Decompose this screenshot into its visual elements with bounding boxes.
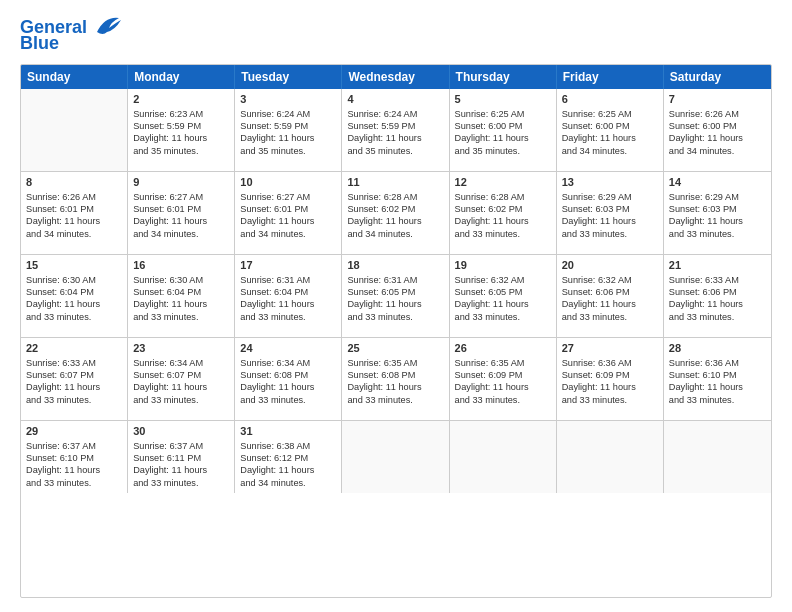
cell-text: Sunrise: 6:31 AM xyxy=(347,274,443,286)
cell-text: and 33 minutes. xyxy=(133,311,229,323)
cell-text: Sunset: 6:00 PM xyxy=(455,120,551,132)
day-number: 28 xyxy=(669,341,766,356)
calendar-cell-w1-d1 xyxy=(21,89,128,171)
cell-text: Sunrise: 6:31 AM xyxy=(240,274,336,286)
calendar-cell-w1-d7: 7Sunrise: 6:26 AMSunset: 6:00 PMDaylight… xyxy=(664,89,771,171)
day-number: 8 xyxy=(26,175,122,190)
cell-text: Sunset: 6:01 PM xyxy=(240,203,336,215)
cell-text: Daylight: 11 hours xyxy=(26,215,122,227)
cell-text: and 33 minutes. xyxy=(347,311,443,323)
cell-text: Sunrise: 6:27 AM xyxy=(133,191,229,203)
cell-text: and 34 minutes. xyxy=(240,477,336,489)
cell-text: Sunset: 6:04 PM xyxy=(26,286,122,298)
cell-text: Daylight: 11 hours xyxy=(133,381,229,393)
cell-text: Sunrise: 6:30 AM xyxy=(133,274,229,286)
cell-text: Sunrise: 6:27 AM xyxy=(240,191,336,203)
calendar-cell-w5-d4 xyxy=(342,421,449,493)
cell-text: Sunset: 6:01 PM xyxy=(26,203,122,215)
cell-text: Sunrise: 6:23 AM xyxy=(133,108,229,120)
cell-text: Daylight: 11 hours xyxy=(133,132,229,144)
calendar-header: SundayMondayTuesdayWednesdayThursdayFrid… xyxy=(21,65,771,89)
calendar-cell-w4-d5: 26Sunrise: 6:35 AMSunset: 6:09 PMDayligh… xyxy=(450,338,557,420)
cell-text: Sunset: 6:04 PM xyxy=(133,286,229,298)
cell-text: Daylight: 11 hours xyxy=(26,381,122,393)
cell-text: and 33 minutes. xyxy=(347,394,443,406)
cell-text: Sunset: 6:04 PM xyxy=(240,286,336,298)
calendar-body: 2Sunrise: 6:23 AMSunset: 5:59 PMDaylight… xyxy=(21,89,771,493)
cell-text: Sunset: 6:02 PM xyxy=(347,203,443,215)
cell-text: Daylight: 11 hours xyxy=(133,298,229,310)
cell-text: Sunrise: 6:29 AM xyxy=(669,191,766,203)
calendar-cell-w5-d6 xyxy=(557,421,664,493)
cell-text: and 34 minutes. xyxy=(26,228,122,240)
cell-text: and 34 minutes. xyxy=(562,145,658,157)
cell-text: Sunset: 5:59 PM xyxy=(133,120,229,132)
day-number: 10 xyxy=(240,175,336,190)
calendar-cell-w5-d5 xyxy=(450,421,557,493)
calendar-cell-w2-d5: 12Sunrise: 6:28 AMSunset: 6:02 PMDayligh… xyxy=(450,172,557,254)
cell-text: Daylight: 11 hours xyxy=(669,215,766,227)
cell-text: and 33 minutes. xyxy=(133,394,229,406)
calendar: SundayMondayTuesdayWednesdayThursdayFrid… xyxy=(20,64,772,598)
cell-text: and 35 minutes. xyxy=(347,145,443,157)
day-number: 4 xyxy=(347,92,443,107)
calendar-cell-w2-d7: 14Sunrise: 6:29 AMSunset: 6:03 PMDayligh… xyxy=(664,172,771,254)
cell-text: Sunrise: 6:30 AM xyxy=(26,274,122,286)
calendar-cell-w2-d6: 13Sunrise: 6:29 AMSunset: 6:03 PMDayligh… xyxy=(557,172,664,254)
calendar-cell-w5-d7 xyxy=(664,421,771,493)
calendar-cell-w5-d2: 30Sunrise: 6:37 AMSunset: 6:11 PMDayligh… xyxy=(128,421,235,493)
calendar-cell-w2-d1: 8Sunrise: 6:26 AMSunset: 6:01 PMDaylight… xyxy=(21,172,128,254)
day-number: 14 xyxy=(669,175,766,190)
calendar-cell-w4-d7: 28Sunrise: 6:36 AMSunset: 6:10 PMDayligh… xyxy=(664,338,771,420)
day-number: 2 xyxy=(133,92,229,107)
day-number: 3 xyxy=(240,92,336,107)
page: General Blue SundayMondayTuesdayWednesda… xyxy=(0,0,792,612)
header-day-friday: Friday xyxy=(557,65,664,89)
cell-text: Sunrise: 6:34 AM xyxy=(240,357,336,369)
day-number: 31 xyxy=(240,424,336,439)
cell-text: Sunset: 6:07 PM xyxy=(26,369,122,381)
cell-text: Sunset: 6:05 PM xyxy=(347,286,443,298)
calendar-week-3: 15Sunrise: 6:30 AMSunset: 6:04 PMDayligh… xyxy=(21,255,771,338)
cell-text: Sunrise: 6:32 AM xyxy=(455,274,551,286)
cell-text: Daylight: 11 hours xyxy=(455,381,551,393)
cell-text: and 33 minutes. xyxy=(562,311,658,323)
cell-text: Daylight: 11 hours xyxy=(240,215,336,227)
header-day-thursday: Thursday xyxy=(450,65,557,89)
calendar-week-4: 22Sunrise: 6:33 AMSunset: 6:07 PMDayligh… xyxy=(21,338,771,421)
cell-text: Daylight: 11 hours xyxy=(455,132,551,144)
header-day-wednesday: Wednesday xyxy=(342,65,449,89)
cell-text: Sunset: 6:12 PM xyxy=(240,452,336,464)
cell-text: and 33 minutes. xyxy=(26,394,122,406)
cell-text: and 34 minutes. xyxy=(240,228,336,240)
cell-text: Daylight: 11 hours xyxy=(240,132,336,144)
cell-text: Daylight: 11 hours xyxy=(669,381,766,393)
cell-text: and 35 minutes. xyxy=(133,145,229,157)
cell-text: Daylight: 11 hours xyxy=(240,298,336,310)
cell-text: Sunset: 6:00 PM xyxy=(669,120,766,132)
cell-text: Sunrise: 6:32 AM xyxy=(562,274,658,286)
cell-text: Sunset: 6:01 PM xyxy=(133,203,229,215)
day-number: 20 xyxy=(562,258,658,273)
cell-text: Sunset: 6:09 PM xyxy=(562,369,658,381)
cell-text: Daylight: 11 hours xyxy=(133,464,229,476)
cell-text: Sunrise: 6:35 AM xyxy=(455,357,551,369)
cell-text: and 33 minutes. xyxy=(669,311,766,323)
cell-text: and 33 minutes. xyxy=(562,394,658,406)
cell-text: Daylight: 11 hours xyxy=(562,298,658,310)
cell-text: Sunrise: 6:25 AM xyxy=(562,108,658,120)
cell-text: Sunset: 6:06 PM xyxy=(562,286,658,298)
calendar-cell-w5-d3: 31Sunrise: 6:38 AMSunset: 6:12 PMDayligh… xyxy=(235,421,342,493)
calendar-week-2: 8Sunrise: 6:26 AMSunset: 6:01 PMDaylight… xyxy=(21,172,771,255)
cell-text: and 33 minutes. xyxy=(133,477,229,489)
cell-text: and 35 minutes. xyxy=(240,145,336,157)
calendar-cell-w4-d6: 27Sunrise: 6:36 AMSunset: 6:09 PMDayligh… xyxy=(557,338,664,420)
cell-text: and 33 minutes. xyxy=(455,228,551,240)
calendar-cell-w1-d2: 2Sunrise: 6:23 AMSunset: 5:59 PMDaylight… xyxy=(128,89,235,171)
cell-text: Daylight: 11 hours xyxy=(347,132,443,144)
header-day-saturday: Saturday xyxy=(664,65,771,89)
calendar-cell-w3-d1: 15Sunrise: 6:30 AMSunset: 6:04 PMDayligh… xyxy=(21,255,128,337)
calendar-cell-w2-d2: 9Sunrise: 6:27 AMSunset: 6:01 PMDaylight… xyxy=(128,172,235,254)
cell-text: Sunrise: 6:38 AM xyxy=(240,440,336,452)
day-number: 12 xyxy=(455,175,551,190)
